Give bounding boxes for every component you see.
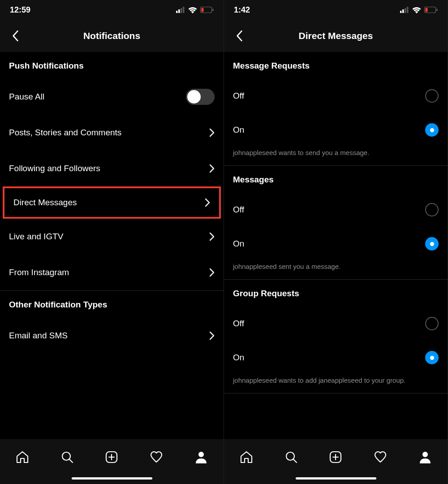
tab-bar	[224, 439, 448, 484]
tab-bar	[0, 439, 224, 484]
row-label: Pause All	[9, 92, 44, 102]
svg-rect-5	[212, 9, 214, 11]
home-icon	[239, 450, 254, 464]
toggle-pause-all[interactable]	[186, 89, 215, 105]
row-label: Posts, Stories and Comments	[9, 128, 121, 138]
tab-search[interactable]	[281, 447, 301, 467]
wifi-icon	[412, 6, 422, 13]
hint-text: johnappleseed wants to add janeappleseed…	[224, 375, 448, 393]
radio-row-on[interactable]: On	[224, 113, 448, 147]
tab-home[interactable]	[237, 447, 256, 467]
svg-point-12	[198, 452, 204, 457]
row-label: Email and SMS	[9, 331, 68, 341]
svg-rect-1	[178, 9, 180, 13]
row-following[interactable]: Following and Followers	[0, 151, 224, 186]
radio-unselected[interactable]	[425, 89, 439, 103]
chevron-right-icon	[209, 128, 215, 137]
chevron-right-icon	[209, 164, 215, 173]
cellular-icon	[176, 7, 185, 13]
chevron-right-icon	[205, 198, 210, 207]
tab-profile[interactable]	[415, 447, 435, 467]
tab-create[interactable]	[102, 447, 121, 467]
radio-unselected[interactable]	[425, 317, 439, 330]
svg-rect-14	[402, 9, 404, 13]
chevron-right-icon	[209, 268, 215, 277]
row-from-instagram[interactable]: From Instagram	[0, 255, 224, 290]
radio-selected[interactable]	[425, 351, 439, 364]
section-header-message-requests: Message Requests	[224, 52, 448, 79]
divider	[224, 393, 448, 393]
toggle-knob	[187, 90, 201, 104]
hint-text: johnappleseed sent you a message.	[224, 261, 448, 279]
search-icon	[284, 450, 298, 464]
row-email-sms[interactable]: Email and SMS	[0, 318, 224, 354]
home-icon	[15, 450, 30, 464]
radio-row-off[interactable]: Off	[224, 79, 448, 113]
row-direct-messages[interactable]: Direct Messages	[3, 186, 221, 219]
row-posts-stories[interactable]: Posts, Stories and Comments	[0, 115, 224, 151]
radio-selected[interactable]	[425, 237, 439, 251]
svg-rect-0	[176, 11, 178, 13]
back-button[interactable]	[230, 27, 248, 45]
radio-row-off[interactable]: Off	[224, 193, 448, 227]
tab-home[interactable]	[13, 447, 32, 467]
svg-rect-19	[426, 8, 428, 12]
chevron-left-icon	[236, 30, 243, 42]
svg-rect-2	[181, 8, 182, 13]
page-title: Direct Messages	[224, 30, 448, 41]
status-bar: 12:59	[0, 0, 224, 20]
section-header-other: Other Notification Types	[0, 291, 224, 318]
home-indicator	[296, 477, 376, 480]
chevron-right-icon	[209, 232, 215, 241]
battery-icon	[200, 7, 214, 13]
tab-activity[interactable]	[146, 447, 166, 467]
plus-icon	[104, 450, 119, 464]
section-header-messages: Messages	[224, 166, 448, 193]
back-button[interactable]	[6, 27, 24, 45]
nav-header: Direct Messages	[224, 20, 448, 52]
svg-rect-16	[407, 7, 409, 13]
chevron-right-icon	[209, 331, 215, 340]
svg-rect-3	[183, 7, 185, 13]
radio-label: On	[233, 353, 244, 363]
radio-label: On	[233, 239, 244, 249]
radio-row-on[interactable]: On	[224, 227, 448, 261]
status-time: 1:42	[234, 5, 250, 15]
svg-rect-15	[405, 8, 406, 13]
tab-create[interactable]	[326, 447, 345, 467]
heart-icon	[373, 450, 388, 464]
content-area: Push Notifications Pause All Posts, Stor…	[0, 52, 224, 439]
radio-label: Off	[233, 319, 244, 328]
radio-label: Off	[233, 91, 244, 101]
wifi-icon	[188, 6, 198, 13]
svg-rect-13	[400, 11, 402, 13]
content-area: Message Requests Off On johnappleseed wa…	[224, 52, 448, 439]
plus-icon	[328, 450, 343, 464]
tab-activity[interactable]	[370, 447, 390, 467]
heart-icon	[149, 450, 164, 464]
status-time: 12:59	[10, 5, 30, 15]
section-header-group-requests: Group Requests	[224, 280, 448, 307]
phone-left: 12:59 Notifications Push Notifications P…	[0, 0, 224, 484]
section-header-push: Push Notifications	[0, 52, 224, 79]
radio-row-off[interactable]: Off	[224, 307, 448, 341]
home-indicator	[72, 477, 152, 480]
radio-unselected[interactable]	[425, 203, 439, 216]
profile-icon	[418, 450, 432, 464]
hint-text: johnappleseed wants to send you a messag…	[224, 147, 448, 165]
tab-profile[interactable]	[191, 447, 211, 467]
status-indicators	[176, 6, 214, 13]
row-pause-all[interactable]: Pause All	[0, 79, 224, 115]
page-title: Notifications	[0, 30, 224, 41]
svg-rect-6	[202, 8, 204, 12]
radio-label: Off	[233, 205, 244, 215]
svg-line-21	[293, 459, 297, 462]
radio-row-on[interactable]: On	[224, 341, 448, 375]
chevron-left-icon	[12, 30, 19, 42]
svg-line-8	[69, 459, 73, 462]
radio-selected[interactable]	[425, 123, 439, 137]
svg-point-25	[422, 452, 428, 457]
tab-search[interactable]	[57, 447, 77, 467]
status-indicators	[400, 6, 438, 13]
row-live-igtv[interactable]: Live and IGTV	[0, 219, 224, 255]
